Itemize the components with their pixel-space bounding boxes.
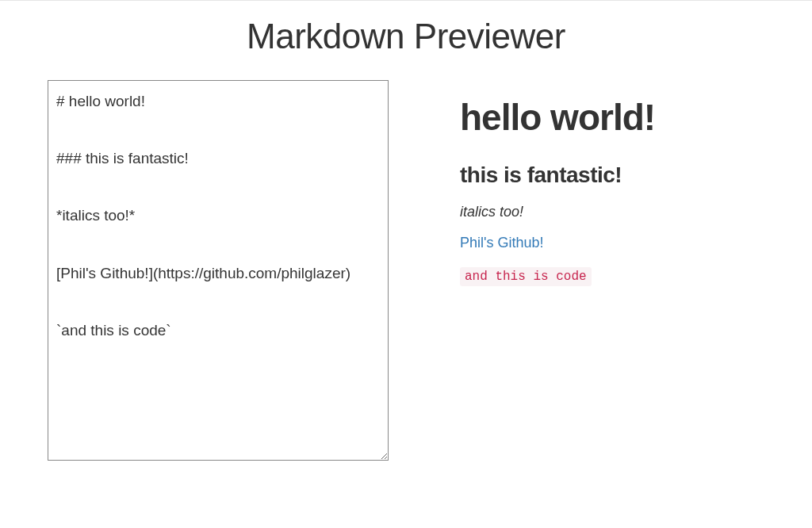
editor-pane bbox=[48, 80, 389, 464]
preview-inline-code: and this is code bbox=[460, 267, 592, 286]
preview-heading-1: hello world! bbox=[460, 96, 764, 139]
markdown-input[interactable] bbox=[48, 80, 389, 461]
preview-italic-text: italics too! bbox=[460, 204, 764, 220]
page-title: Markdown Previewer bbox=[48, 17, 764, 56]
preview-heading-3: this is fantastic! bbox=[460, 163, 764, 188]
preview-pane: hello world! this is fantastic! italics … bbox=[460, 80, 764, 286]
preview-link[interactable]: Phil's Github! bbox=[460, 235, 764, 251]
app-container: Markdown Previewer hello world! this is … bbox=[0, 1, 812, 464]
panes-row: hello world! this is fantastic! italics … bbox=[48, 80, 764, 464]
